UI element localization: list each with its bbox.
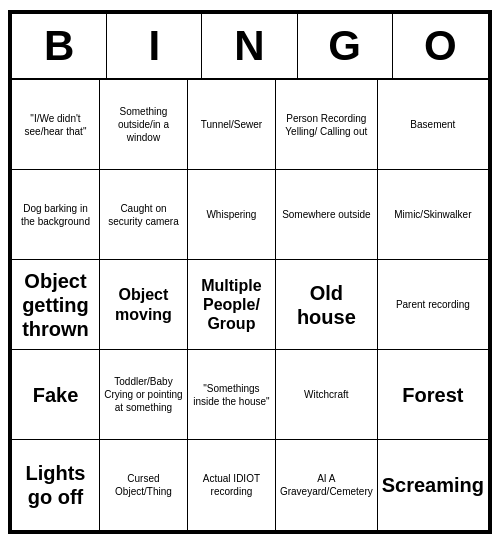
cell-r4-c1: Cursed Object/Thing bbox=[100, 440, 188, 530]
cell-r3-c4: Forest bbox=[378, 350, 488, 440]
header-letter: I bbox=[107, 14, 202, 78]
cell-r2-c1: Object moving bbox=[100, 260, 188, 350]
header-letter: B bbox=[12, 14, 107, 78]
bingo-grid: "I/We didn't see/hear that"Something out… bbox=[12, 80, 488, 530]
header-letter: N bbox=[202, 14, 297, 78]
cell-r3-c3: Witchcraft bbox=[276, 350, 378, 440]
header-letter: O bbox=[393, 14, 488, 78]
cell-r1-c2: Whispering bbox=[188, 170, 276, 260]
cell-r2-c4: Parent recording bbox=[378, 260, 488, 350]
cell-r4-c0: Lights go off bbox=[12, 440, 100, 530]
bingo-header: BINGO bbox=[12, 14, 488, 80]
cell-r0-c4: Basement bbox=[378, 80, 488, 170]
header-letter: G bbox=[298, 14, 393, 78]
cell-r0-c1: Something outside/in a window bbox=[100, 80, 188, 170]
cell-r0-c3: Person Recording Yelling/ Calling out bbox=[276, 80, 378, 170]
cell-r2-c3: Old house bbox=[276, 260, 378, 350]
cell-r0-c0: "I/We didn't see/hear that" bbox=[12, 80, 100, 170]
cell-r4-c3: AI A Graveyard/Cemetery bbox=[276, 440, 378, 530]
cell-r2-c2: Multiple People/ Group bbox=[188, 260, 276, 350]
cell-r0-c2: Tunnel/Sewer bbox=[188, 80, 276, 170]
cell-r1-c1: Caught on security camera bbox=[100, 170, 188, 260]
cell-r3-c0: Fake bbox=[12, 350, 100, 440]
cell-r4-c2: Actual IDIOT recording bbox=[188, 440, 276, 530]
cell-r1-c0: Dog barking in the background bbox=[12, 170, 100, 260]
cell-r4-c4: Screaming bbox=[378, 440, 488, 530]
cell-r1-c4: Mimic/Skinwalker bbox=[378, 170, 488, 260]
cell-r1-c3: Somewhere outside bbox=[276, 170, 378, 260]
cell-r3-c1: Toddler/Baby Crying or pointing at somet… bbox=[100, 350, 188, 440]
cell-r3-c2: "Somethings inside the house" bbox=[188, 350, 276, 440]
bingo-card: BINGO "I/We didn't see/hear that"Somethi… bbox=[8, 10, 492, 534]
cell-r2-c0: Object getting thrown bbox=[12, 260, 100, 350]
